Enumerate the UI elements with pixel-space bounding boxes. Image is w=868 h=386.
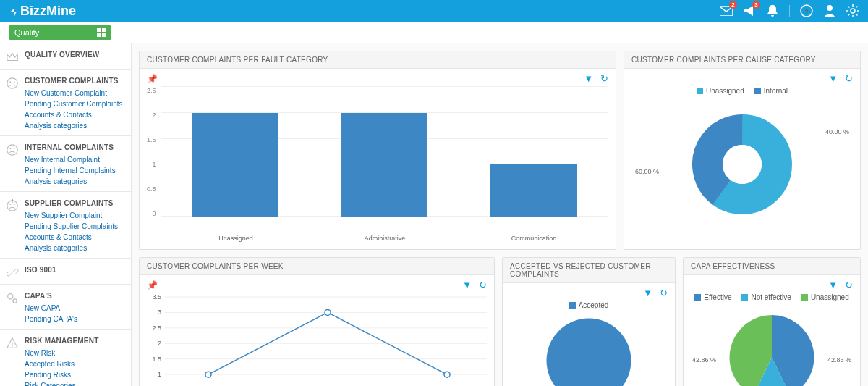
- nav-link[interactable]: New Customer Complaint: [25, 89, 125, 97]
- panel-week: CUSTOMER COMPLAINTS PER WEEK 📌 ▼ ↻ 0.511…: [139, 257, 495, 386]
- data-point[interactable]: [444, 372, 450, 377]
- nav-section-capa: CAPA'SNew CAPAPending CAPA's: [0, 285, 131, 330]
- nav-link[interactable]: New Risk: [25, 349, 125, 357]
- nav-link[interactable]: Pending Internal Complaints: [25, 167, 125, 175]
- nav-section-risk: RISK MANAGEMENTNew RiskAccepted RisksPen…: [0, 330, 131, 386]
- svg-point-24: [9, 204, 11, 205]
- nav-section-cust: CUSTOMER COMPLAINTSNew Customer Complain…: [0, 70, 131, 136]
- pin-icon[interactable]: 📌: [147, 280, 158, 290]
- nav-link[interactable]: Accounts & Contacts: [25, 233, 125, 241]
- svg-text:?: ?: [804, 8, 809, 15]
- svg-line-10: [856, 14, 858, 16]
- svg-text:3: 3: [158, 309, 161, 316]
- nav-title[interactable]: RISK MANAGEMENT: [25, 337, 125, 345]
- svg-text:1: 1: [158, 371, 161, 378]
- svg-line-11: [848, 14, 850, 16]
- line-chart: 0.511.522.533.5: [147, 293, 487, 386]
- nav-link[interactable]: Risk Categories: [25, 382, 125, 386]
- pin-icon[interactable]: 📌: [147, 74, 158, 84]
- filter-icon[interactable]: ▼: [828, 280, 838, 290]
- filter-icon[interactable]: ▼: [828, 73, 838, 84]
- data-point[interactable]: [205, 372, 211, 377]
- topbar: BizzMine 2 3 ?: [0, 0, 868, 22]
- bar[interactable]: [490, 164, 577, 217]
- panel-fault: CUSTOMER COMPLAINTS PER FAULT CATEGORY 📌…: [139, 51, 616, 250]
- warn-icon: [0, 330, 25, 386]
- svg-point-3: [827, 5, 833, 11]
- bar[interactable]: [192, 113, 278, 217]
- user-icon[interactable]: [823, 4, 836, 17]
- module-chip[interactable]: Quality: [9, 25, 111, 40]
- nav-title[interactable]: QUALITY OVERVIEW: [25, 51, 125, 59]
- announce-badge: 3: [752, 1, 760, 9]
- svg-point-33: [723, 145, 762, 184]
- legend-item[interactable]: Not effective: [741, 293, 791, 301]
- mail-icon[interactable]: 2: [720, 4, 733, 17]
- legend-item[interactable]: Internal: [754, 87, 788, 95]
- module-bar: Quality: [0, 22, 868, 43]
- pct-label: 42.86 %: [692, 356, 716, 364]
- panel-title: CAPA EFFECTIVENESS: [684, 258, 860, 275]
- nav-link[interactable]: Pending Supplier Complaints: [25, 222, 125, 230]
- nav-link[interactable]: Accepted Risks: [25, 360, 125, 368]
- nav-link[interactable]: Analysis categories: [25, 177, 125, 185]
- pct-label: 60.00 %: [635, 168, 659, 175]
- help-icon[interactable]: ?: [800, 4, 813, 17]
- refresh-icon[interactable]: ↻: [600, 73, 608, 84]
- svg-rect-14: [102, 28, 106, 32]
- refresh-icon[interactable]: ↻: [479, 280, 487, 290]
- nav-link[interactable]: Pending CAPA's: [25, 315, 125, 323]
- grid-icon: [97, 28, 106, 37]
- nav-section-overview: QUALITY OVERVIEW: [0, 43, 131, 70]
- svg-text:2.5: 2.5: [152, 324, 161, 332]
- separator: [789, 5, 790, 17]
- brand-logo[interactable]: BizzMine: [9, 4, 76, 19]
- svg-point-20: [7, 145, 17, 155]
- refresh-icon[interactable]: ↻: [660, 288, 668, 298]
- legend-item[interactable]: Accepted: [569, 301, 609, 309]
- nav-title[interactable]: CAPA'S: [25, 292, 125, 300]
- nav-link[interactable]: Analysis categories: [25, 122, 125, 130]
- donut-chart: [688, 110, 796, 219]
- nav-title[interactable]: CUSTOMER COMPLAINTS: [25, 77, 125, 85]
- nav-title[interactable]: SUPPLIER COMPLAINTS: [25, 199, 125, 207]
- svg-rect-13: [97, 28, 101, 32]
- data-point[interactable]: [325, 309, 331, 315]
- nav-title[interactable]: ISO 9001: [25, 266, 125, 274]
- svg-point-19: [14, 81, 15, 83]
- nav-link[interactable]: New Internal Complaint: [25, 156, 125, 164]
- nav-section-internal: INTERNAL COMPLAINTSNew Internal Complain…: [0, 136, 131, 192]
- megaphone-icon[interactable]: 3: [743, 4, 756, 17]
- legend-item[interactable]: Effective: [694, 293, 731, 301]
- filter-icon[interactable]: ▼: [643, 288, 652, 298]
- filter-icon[interactable]: ▼: [462, 280, 472, 290]
- sidebar: QUALITY OVERVIEWCUSTOMER COMPLAINTSNew C…: [0, 43, 132, 386]
- svg-point-48: [547, 319, 631, 387]
- nav-link[interactable]: Analysis categories: [25, 244, 125, 252]
- nav-link[interactable]: Accounts & Contacts: [25, 111, 125, 119]
- nav-title[interactable]: INTERNAL COMPLAINTS: [25, 143, 125, 151]
- pct-label: 42.86 %: [827, 356, 851, 364]
- svg-text:3.5: 3.5: [152, 293, 161, 301]
- nav-link[interactable]: New CAPA: [25, 304, 125, 312]
- panel-title: CUSTOMER COMPLAINTS PER CAUSE CATEGORY: [624, 51, 860, 69]
- nav-link[interactable]: Pending Risks: [25, 371, 125, 379]
- bar[interactable]: [341, 113, 427, 217]
- nav-link[interactable]: Pending Customer Complaints: [25, 100, 125, 108]
- mail-badge: 2: [729, 1, 737, 9]
- panel-capaeff: CAPA EFFECTIVENESS ▼ ↻ EffectiveNot effe…: [683, 257, 861, 386]
- panel-title: ACCEPTED VS REJECTED CUSTOMER COMPLAINTS: [503, 258, 675, 283]
- svg-point-21: [9, 148, 11, 149]
- svg-line-9: [848, 7, 850, 8]
- legend-item[interactable]: Unassigned: [697, 87, 744, 95]
- brand-text: BizzMine: [20, 4, 76, 19]
- filter-icon[interactable]: ▼: [584, 73, 593, 84]
- topbar-actions: 2 3 ?: [720, 4, 859, 17]
- legend-item[interactable]: Unassigned: [801, 293, 849, 301]
- bell-icon[interactable]: [766, 4, 779, 17]
- refresh-icon[interactable]: ↻: [845, 280, 853, 290]
- refresh-icon[interactable]: ↻: [845, 73, 853, 84]
- module-name: Quality: [14, 28, 39, 37]
- gear-icon[interactable]: [846, 4, 859, 17]
- nav-link[interactable]: New Supplier Complaint: [25, 211, 125, 219]
